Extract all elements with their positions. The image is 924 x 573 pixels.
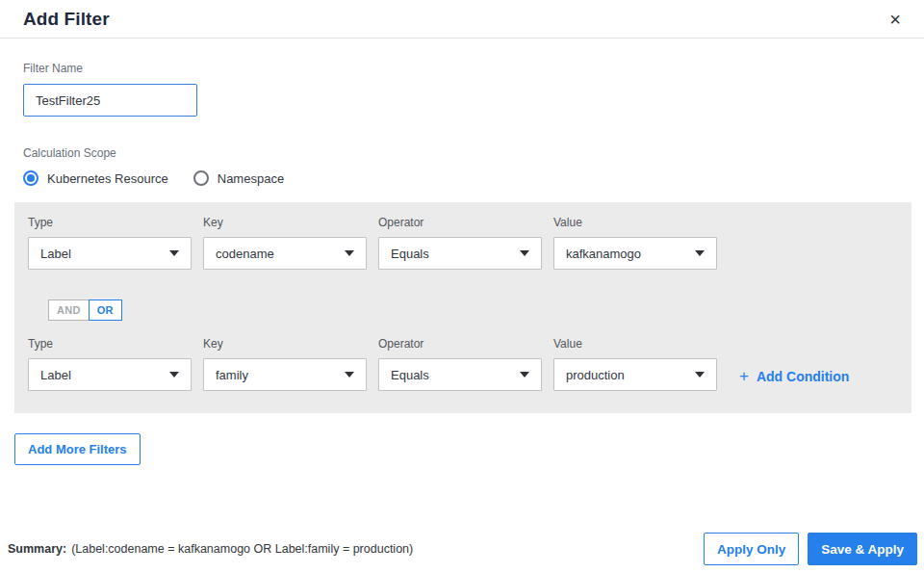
value-label: Value (553, 216, 717, 229)
footer-buttons: Apply Only Save & Apply (704, 533, 917, 565)
calculation-scope-section: Calculation Scope Kubernetes Resource Na… (23, 146, 924, 186)
or-toggle[interactable]: OR (89, 300, 122, 321)
close-icon[interactable]: × (886, 8, 905, 31)
condition-1-type-value: Label (40, 247, 71, 261)
condition-2-operator-dropdown[interactable]: Equals (378, 358, 542, 391)
condition-row-1: Type Label Key codename Operator Equals … (28, 216, 911, 270)
chevron-down-icon (169, 372, 179, 378)
operator-label: Operator (378, 337, 542, 351)
summary-label: Summary: (8, 542, 66, 556)
chevron-down-icon (345, 372, 354, 378)
condition-2-key-value: family (216, 368, 248, 382)
filter-summary: Summary:(Label:codename = kafkanamogo OR… (8, 542, 413, 556)
chevron-down-icon (520, 250, 529, 256)
add-condition-label: Add Condition (757, 369, 849, 384)
filter-name-input[interactable] (23, 84, 197, 117)
key-label: Key (203, 216, 367, 229)
radio-selected-icon (23, 170, 38, 186)
condition-1-operator-value: Equals (391, 247, 429, 261)
condition-row-2: Type Label Key family Operator Equals Va… (28, 337, 911, 391)
chevron-down-icon (520, 372, 529, 378)
calculation-scope-label: Calculation Scope (23, 146, 924, 160)
dialog-footer: Summary:(Label:codename = kafkanamogo OR… (8, 533, 917, 565)
condition-1-operator-field: Operator Equals (378, 216, 542, 270)
condition-2-type-field: Type Label (28, 337, 192, 391)
condition-2-operator-field: Operator Equals (378, 337, 542, 391)
plus-icon: + (739, 367, 749, 386)
radio-namespace-label: Namespace (218, 171, 284, 186)
dialog-header: Add Filter × (0, 0, 924, 39)
add-more-filters-button[interactable]: Add More Filters (14, 433, 141, 465)
radio-unselected-icon (193, 170, 209, 186)
summary-text: (Label:codename = kafkanamogo OR Label:f… (71, 542, 413, 556)
key-label: Key (203, 337, 367, 351)
apply-only-button[interactable]: Apply Only (704, 533, 799, 565)
condition-1-operator-dropdown[interactable]: Equals (378, 237, 542, 270)
condition-2-operator-value: Equals (391, 368, 429, 382)
condition-2-value-field: Value production (553, 337, 717, 391)
radio-kubernetes-resource[interactable]: Kubernetes Resource (23, 170, 168, 186)
dialog-title: Add Filter (23, 9, 110, 30)
condition-1-key-dropdown[interactable]: codename (203, 237, 367, 270)
condition-2-value-dropdown[interactable]: production (553, 358, 717, 391)
condition-1-key-value: codename (216, 247, 274, 261)
condition-1-value-value: kafkanamogo (566, 247, 641, 261)
chevron-down-icon (695, 250, 705, 256)
chevron-down-icon (345, 250, 354, 256)
save-and-apply-button[interactable]: Save & Apply (808, 533, 917, 565)
filter-name-section: Filter Name (23, 62, 924, 117)
condition-2-type-value: Label (40, 368, 71, 382)
add-filter-dialog: { "header": { "title": "Add Filter", "cl… (0, 0, 924, 573)
condition-1-value-dropdown[interactable]: kafkanamogo (553, 237, 717, 270)
radio-namespace[interactable]: Namespace (193, 170, 284, 186)
condition-1-value-field: Value kafkanamogo (553, 216, 717, 270)
condition-2-value-value: production (566, 368, 625, 382)
chevron-down-icon (169, 250, 179, 256)
chevron-down-icon (695, 372, 705, 378)
radio-kubernetes-resource-label: Kubernetes Resource (47, 171, 168, 186)
type-label: Type (28, 337, 192, 351)
and-toggle[interactable]: AND (48, 300, 89, 321)
condition-1-type-dropdown[interactable]: Label (28, 237, 192, 270)
condition-1-key-field: Key codename (203, 216, 367, 270)
logic-operator-toggle: AND OR (48, 300, 122, 321)
conditions-panel: Type Label Key codename Operator Equals … (14, 202, 911, 413)
calculation-scope-options: Kubernetes Resource Namespace (23, 170, 924, 186)
add-condition-button[interactable]: + Add Condition (739, 367, 849, 386)
condition-1-type-field: Type Label (28, 216, 192, 270)
filter-name-label: Filter Name (23, 62, 924, 75)
condition-2-type-dropdown[interactable]: Label (28, 358, 192, 391)
type-label: Type (28, 216, 192, 229)
operator-label: Operator (378, 216, 542, 229)
condition-2-key-dropdown[interactable]: family (203, 358, 367, 391)
condition-2-key-field: Key family (203, 337, 367, 391)
value-label: Value (553, 337, 717, 351)
